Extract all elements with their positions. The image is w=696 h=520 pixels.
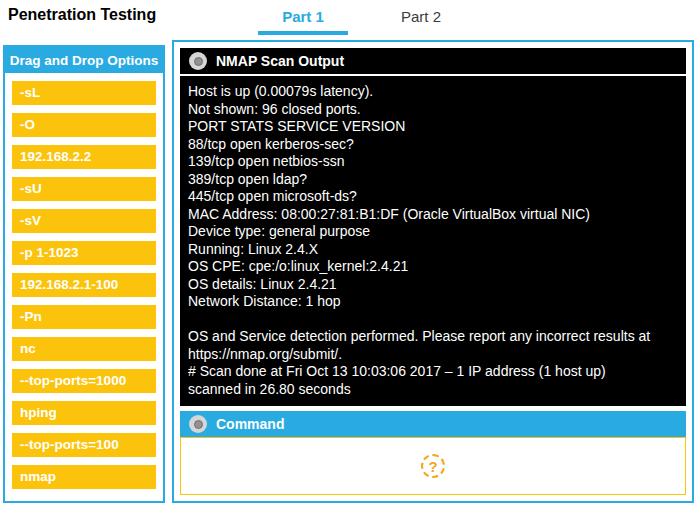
drag-option[interactable]: -p 1-1023 [12,241,156,265]
drag-option[interactable]: --top-ports=100 [12,433,156,457]
drag-option[interactable]: nmap [12,465,156,489]
output-line: OS CPE: cpe:/o:linux_kernel:2.4.21 [188,258,678,276]
output-line: 389/tcp open ldap? [188,171,678,189]
output-line: scanned in 26.80 seconds [188,381,678,399]
output-line: Running: Linux 2.4.X [188,241,678,259]
drag-option[interactable]: --top-ports=1000 [12,369,156,393]
output-line: PORT STATS SERVICE VERSION [188,118,678,136]
output-line: OS details: Linux 2.4.21 [188,276,678,294]
drag-option[interactable]: nc [12,337,156,361]
output-line: 139/tcp open netbios-ssn [188,153,678,171]
drag-option[interactable]: 192.168.2.2 [12,145,156,169]
output-line: Network Distance: 1 hop [188,293,678,311]
nmap-scan-output-panel: NMAP Scan Output Host is up (0.00079s la… [180,48,686,406]
drag-option[interactable]: -O [12,113,156,137]
drag-option[interactable]: -sL [12,81,156,105]
exercise-main-panel: NMAP Scan Output Host is up (0.00079s la… [172,40,694,503]
question-mark-icon: ? [421,454,445,478]
drag-drop-options-panel: Drag and Drop Options -sL-O192.168.2.2-s… [3,45,165,503]
radio-button-icon [189,415,207,433]
output-line [188,311,678,329]
drag-option[interactable]: hping [12,401,156,425]
nmap-scan-output-title: NMAP Scan Output [216,53,344,69]
tab-part-2[interactable]: Part 2 [376,8,466,25]
nmap-scan-output-header: NMAP Scan Output [180,48,686,76]
command-title: Command [216,416,284,432]
command-drop-zone[interactable]: ? [180,437,686,495]
drag-drop-options-header: Drag and Drop Options [5,47,163,73]
output-line: 445/tcp open microsoft-ds? [188,188,678,206]
output-line: OS and Service detection performed. Plea… [188,328,678,346]
output-line: https://nmap.org/submit/. [188,346,678,364]
page-title: Penetration Testing [8,6,156,24]
active-tab-underline [258,31,348,35]
drag-option[interactable]: -sU [12,177,156,201]
output-line: # Scan done at Fri Oct 13 10:03:06 2017 … [188,363,678,381]
drag-option[interactable]: -Pn [12,305,156,329]
output-line: Not shown: 96 closed ports. [188,101,678,119]
drag-option[interactable]: 192.168.2.1-100 [12,273,156,297]
radio-button-icon [189,52,207,70]
output-line: 88/tcp open kerberos-sec? [188,136,678,154]
output-line: Device type: general purpose [188,223,678,241]
command-header: Command [180,411,686,437]
drag-option[interactable]: -sV [12,209,156,233]
output-line: MAC Address: 08:00:27:81:B1:DF (Oracle V… [188,206,678,224]
nmap-scan-output-text: Host is up (0.00079s latency).Not shown:… [180,76,686,406]
output-line: Host is up (0.00079s latency). [188,83,678,101]
drag-drop-options-list: -sL-O192.168.2.2-sU-sV-p 1-1023192.168.2… [5,73,163,489]
tab-part-1[interactable]: Part 1 [258,8,348,25]
